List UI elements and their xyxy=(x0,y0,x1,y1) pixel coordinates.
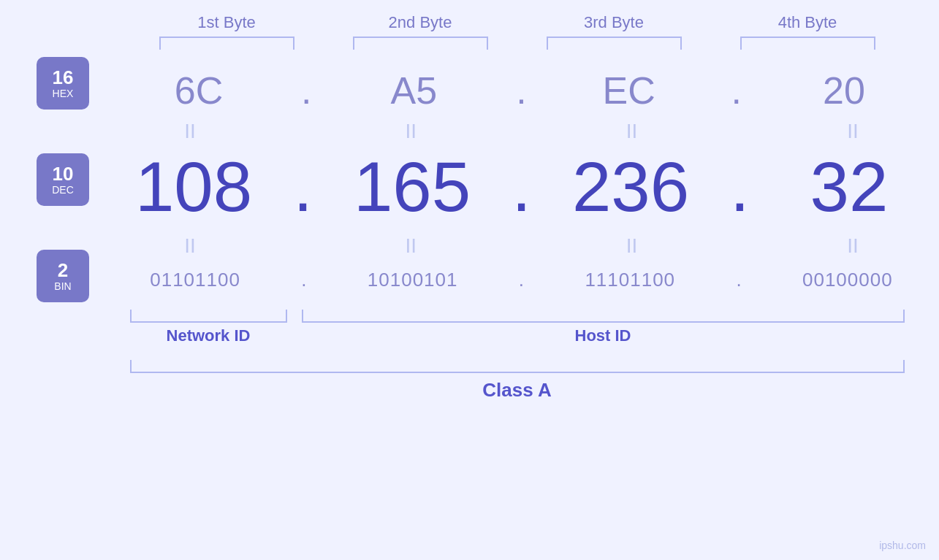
hex-byte3: EC xyxy=(556,69,702,112)
eq3: II xyxy=(559,120,705,143)
dec-badge-label: DEC xyxy=(52,184,74,196)
bin-dot2: . xyxy=(519,269,524,291)
bin-badge-number: 2 xyxy=(58,260,68,281)
bottom-labels: Network ID Host ID xyxy=(130,326,905,345)
bin-dot1: . xyxy=(301,269,306,291)
eq5: II xyxy=(117,234,263,258)
byte2-header: 2nd Byte xyxy=(347,13,493,32)
bin-dot3: . xyxy=(736,269,741,291)
eq6: II xyxy=(338,234,484,258)
eq2: II xyxy=(338,120,484,143)
bin-byte4: 00100000 xyxy=(775,269,921,291)
bracket-host xyxy=(302,310,905,323)
dec-byte4: 32 xyxy=(776,152,922,222)
bottom-section: Network ID Host ID xyxy=(130,310,905,345)
class-bracket xyxy=(130,360,905,373)
main-grid: 16 HEX 10 DEC 2 BIN 6C . A5 . EC . 20 xyxy=(37,57,939,302)
byte4-header: 4th Byte xyxy=(734,13,881,32)
hex-row: 6C . A5 . EC . 20 xyxy=(104,69,939,112)
watermark: ipshu.com xyxy=(879,540,926,551)
dec-byte1: 108 xyxy=(121,152,267,222)
hex-dot1: . xyxy=(301,69,311,112)
eq8: II xyxy=(780,234,926,258)
hex-byte1: 6C xyxy=(126,69,272,112)
hex-badge: 16 HEX xyxy=(37,57,89,110)
equals-row-dec-bin: II II II II xyxy=(104,234,939,258)
dec-row: 108 . 165 . 236 . 32 xyxy=(104,147,939,227)
main-container: 1st Byte 2nd Byte 3rd Byte 4th Byte 16 H… xyxy=(0,0,939,560)
bin-badge-label: BIN xyxy=(54,280,71,292)
bottom-brackets xyxy=(130,310,905,323)
dec-dot3: . xyxy=(730,147,750,227)
hex-byte4: 20 xyxy=(771,69,917,112)
dec-badge: 10 DEC xyxy=(37,153,89,206)
hex-dot3: . xyxy=(731,69,742,112)
eq7: II xyxy=(559,234,705,258)
badges-column: 16 HEX 10 DEC 2 BIN xyxy=(37,57,89,302)
equals-row-hex-dec: II II II II xyxy=(104,120,939,143)
host-id-label: Host ID xyxy=(302,326,905,345)
byte-headers: 1st Byte 2nd Byte 3rd Byte 4th Byte xyxy=(130,13,905,32)
bracket-top-3 xyxy=(547,37,682,50)
bracket-top-4 xyxy=(740,37,875,50)
dec-badge-number: 10 xyxy=(53,164,74,185)
class-section: Class A xyxy=(130,360,905,402)
top-brackets xyxy=(130,37,905,50)
dec-dot2: . xyxy=(512,147,531,227)
values-area: 6C . A5 . EC . 20 II II II II 108 xyxy=(104,69,939,291)
bracket-top-2 xyxy=(353,37,488,50)
hex-badge-label: HEX xyxy=(53,88,74,99)
bin-badge: 2 BIN xyxy=(37,250,89,302)
byte3-header: 3rd Byte xyxy=(541,13,687,32)
network-id-label: Network ID xyxy=(130,326,287,345)
hex-dot2: . xyxy=(516,69,526,112)
bin-row: 01101100 . 10100101 . 11101100 . 0010000… xyxy=(104,269,939,291)
class-label: Class A xyxy=(130,379,905,402)
eq4: II xyxy=(780,120,926,143)
dec-dot1: . xyxy=(293,147,313,227)
hex-byte2: A5 xyxy=(341,69,487,112)
dec-byte3: 236 xyxy=(558,152,704,222)
dec-byte2: 165 xyxy=(339,152,485,222)
bracket-top-1 xyxy=(159,37,294,50)
bin-byte3: 11101100 xyxy=(557,269,703,291)
bracket-network xyxy=(130,310,287,323)
byte1-header: 1st Byte xyxy=(153,13,300,32)
bin-byte1: 01101100 xyxy=(122,269,268,291)
eq1: II xyxy=(117,120,263,143)
bin-byte2: 10100101 xyxy=(340,269,486,291)
hex-badge-number: 16 xyxy=(53,67,74,88)
